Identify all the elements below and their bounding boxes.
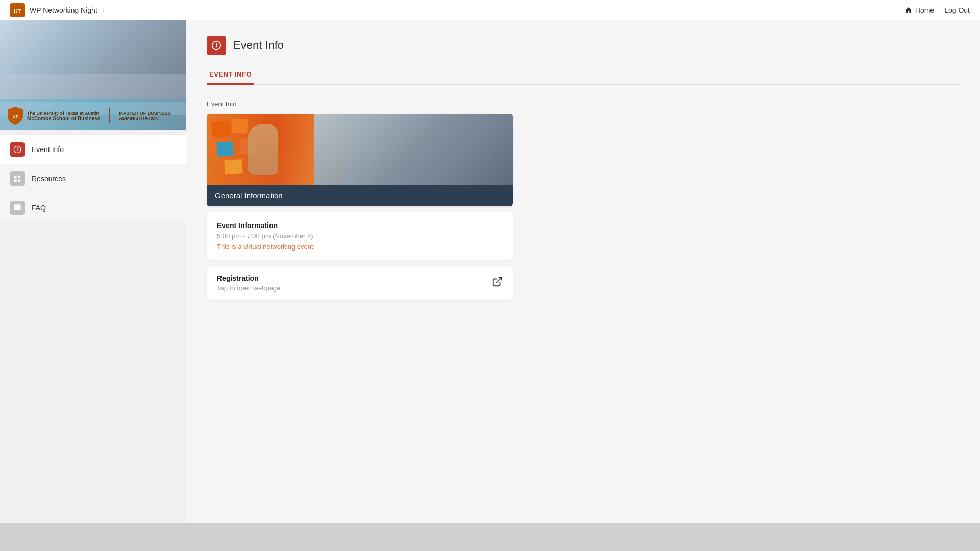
- svg-text:i: i: [215, 42, 217, 48]
- general-info-footer-text: General Information: [215, 191, 283, 200]
- ut-shield-icon: UT: [8, 107, 23, 125]
- top-nav-right: Home Log Out: [904, 6, 970, 14]
- info-icon: i: [13, 145, 21, 154]
- top-nav: UT WP Networking Night › Home Log Out: [0, 0, 980, 20]
- faq-icon-box: [10, 201, 24, 215]
- banner-program-line2: ADMINISTRATION: [119, 116, 171, 121]
- banner-school-line2: McCombs School of Business: [27, 116, 100, 121]
- page-header-icon-box: i: [207, 36, 226, 55]
- bottom-bar: [0, 523, 980, 551]
- resources-icon: [13, 174, 21, 183]
- section-label: Event Info: [207, 100, 960, 108]
- event-description: This is a virtual networking event.: [217, 243, 503, 251]
- general-info-image: [207, 114, 513, 185]
- svg-rect-6: [18, 176, 20, 178]
- person-sim: [314, 114, 513, 185]
- layout: UT The University of Texas at Austin McC…: [0, 20, 980, 551]
- sidebar-nav: i Event Info Resources: [0, 130, 186, 228]
- event-info-label: Event Info: [32, 145, 64, 154]
- home-button[interactable]: Home: [904, 6, 934, 14]
- sidebar: UT The University of Texas at Austin McC…: [0, 20, 186, 551]
- nav-title: WP Networking Night: [30, 6, 97, 14]
- external-link-icon: [492, 276, 503, 290]
- main-content: i Event Info EVENT INFO Event Info: [186, 20, 980, 551]
- banner-divider: [109, 108, 110, 123]
- resources-icon-box: [10, 171, 24, 186]
- general-info-card[interactable]: General Information: [207, 114, 513, 206]
- svg-text:UT: UT: [14, 8, 21, 14]
- page-header: i Event Info: [207, 36, 960, 55]
- home-label: Home: [915, 6, 934, 14]
- svg-rect-5: [14, 176, 17, 178]
- page-title: Event Info: [233, 39, 284, 52]
- banner-program: MASTER OF BUSINESS ADMINISTRATION: [119, 111, 171, 121]
- sidebar-item-faq[interactable]: FAQ: [0, 193, 186, 222]
- top-nav-left: UT WP Networking Night ›: [10, 3, 105, 17]
- banner-program-line1: MASTER OF BUSINESS: [119, 111, 171, 116]
- resources-label: Resources: [32, 174, 66, 183]
- page-info-icon: i: [211, 40, 222, 51]
- banner-overlay: UT The University of Texas at Austin McC…: [0, 102, 186, 130]
- registration-card-left: Registration Tap to open webpage: [217, 274, 280, 292]
- svg-line-11: [496, 278, 501, 283]
- tab-event-info[interactable]: EVENT INFO: [207, 65, 254, 85]
- sidebar-item-resources[interactable]: Resources: [0, 164, 186, 193]
- faq-icon: [13, 204, 21, 212]
- banner-school-line1: The University of Texas at Austin: [27, 111, 100, 116]
- svg-text:UT: UT: [13, 114, 18, 119]
- svg-rect-8: [18, 179, 20, 182]
- sidebar-item-event-info[interactable]: i Event Info: [0, 135, 186, 164]
- event-information-card: Event Information 5:00 pm - 7:00 pm (Nov…: [207, 212, 513, 260]
- svg-rect-7: [14, 179, 17, 182]
- event-time: 5:00 pm - 7:00 pm (November 5): [217, 232, 503, 240]
- svg-text:i: i: [17, 147, 18, 152]
- general-info-footer: General Information: [207, 185, 513, 206]
- card-area: General Information Event Information 5:…: [207, 114, 513, 300]
- registration-card[interactable]: Registration Tap to open webpage: [207, 266, 513, 300]
- nav-chevron: ›: [103, 7, 105, 14]
- home-icon: [904, 6, 913, 14]
- event-info-icon-box: i: [10, 142, 24, 157]
- logout-button[interactable]: Log Out: [944, 6, 970, 14]
- faq-label: FAQ: [32, 204, 46, 212]
- sidebar-banner: UT The University of Texas at Austin McC…: [0, 20, 186, 130]
- ut-logo-icon: UT: [10, 3, 24, 17]
- banner-logo: UT The University of Texas at Austin McC…: [8, 107, 100, 125]
- event-information-title: Event Information: [217, 221, 503, 230]
- banner-text: The University of Texas at Austin McComb…: [27, 111, 100, 121]
- registration-subtitle: Tap to open webpage: [217, 284, 280, 292]
- registration-title: Registration: [217, 274, 280, 282]
- tab-bar: EVENT INFO: [207, 65, 960, 85]
